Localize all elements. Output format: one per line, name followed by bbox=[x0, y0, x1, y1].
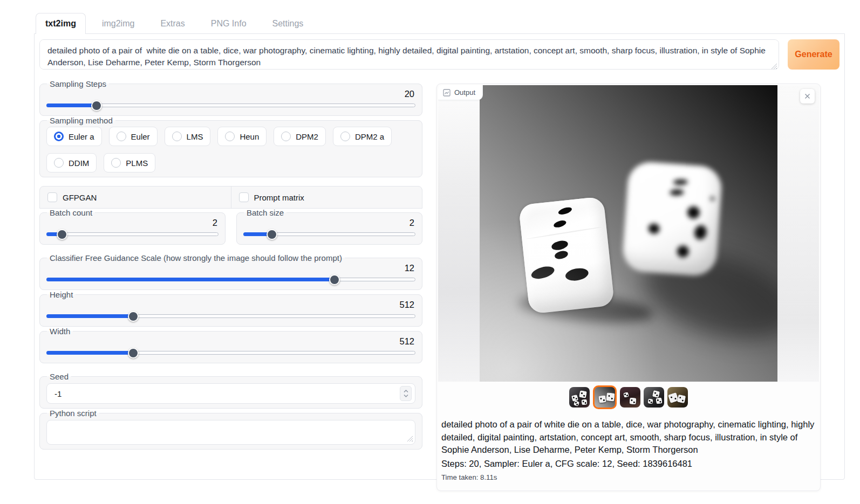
caption-time-taken: Time taken: 8.11s bbox=[441, 471, 816, 484]
python-script-input[interactable] bbox=[46, 420, 415, 445]
prompt-row: detailed photo of a pair of white die on… bbox=[39, 39, 839, 72]
die-shadow bbox=[517, 289, 654, 327]
tab-extras[interactable]: Extras bbox=[151, 13, 194, 34]
batch-count-slider[interactable] bbox=[46, 229, 219, 240]
sampling-method-option-ddim[interactable]: DDIM bbox=[46, 153, 97, 172]
tab-settings[interactable]: Settings bbox=[263, 13, 313, 34]
radio-label: DPM2 bbox=[296, 132, 318, 141]
radio-icon[interactable] bbox=[340, 132, 350, 141]
batch-row: Batch count 2 Batch size 2 bbox=[39, 208, 422, 245]
script-resize-handle[interactable] bbox=[407, 436, 413, 441]
app-root: txt2imgimg2imgExtrasPNG InfoSettings det… bbox=[0, 0, 860, 504]
size-group: Height 512 Width 512 bbox=[39, 290, 422, 363]
image-letterbox-left bbox=[438, 85, 480, 382]
batch-size-value: 2 bbox=[243, 218, 414, 228]
chevron-down-icon bbox=[404, 394, 408, 397]
batch-count-label: Batch count bbox=[47, 208, 95, 217]
gfpgan-checkbox[interactable] bbox=[47, 192, 57, 202]
chevron-up-icon bbox=[404, 390, 408, 393]
sampling-method-option-heun[interactable]: Heun bbox=[217, 127, 267, 146]
slider-fill bbox=[46, 103, 97, 107]
cfg-scale-label: Classifier Free Guidance Scale (how stro… bbox=[47, 253, 345, 263]
tab-txt2img[interactable]: txt2img bbox=[36, 13, 86, 34]
prompt-matrix-checkbox-cell[interactable]: Prompt matrix bbox=[231, 187, 422, 208]
sampling-steps-value: 20 bbox=[46, 89, 414, 99]
radio-icon[interactable] bbox=[172, 132, 182, 141]
seed-stepper[interactable] bbox=[400, 386, 412, 401]
width-slider[interactable] bbox=[46, 347, 415, 358]
sampling-method-option-dpm2-a[interactable]: DPM2 a bbox=[333, 127, 392, 146]
gallery-thumbnail-2[interactable] bbox=[593, 385, 617, 409]
slider-thumb[interactable] bbox=[128, 311, 139, 322]
prompt-matrix-label: Prompt matrix bbox=[254, 193, 304, 202]
die-shadow bbox=[633, 237, 777, 355]
gallery-thumbnail-3[interactable] bbox=[620, 387, 640, 408]
height-slider[interactable] bbox=[46, 310, 415, 322]
sampling-group: Sampling Steps 20 Sampling method Euler … bbox=[39, 79, 422, 177]
sampling-method-option-lms[interactable]: LMS bbox=[165, 127, 211, 146]
batch-size-slider[interactable] bbox=[243, 229, 415, 240]
slider-thumb[interactable] bbox=[57, 229, 67, 240]
controls-column: Sampling Steps 20 Sampling method Euler … bbox=[39, 79, 422, 491]
gallery-thumbnail-1[interactable] bbox=[569, 387, 590, 408]
radio-label: LMS bbox=[187, 132, 203, 141]
slider-thumb[interactable] bbox=[329, 274, 340, 285]
cfg-scale-group: Classifier Free Guidance Scale (how stro… bbox=[39, 253, 422, 290]
sampling-method-label: Sampling method bbox=[47, 116, 115, 125]
gfpgan-checkbox-cell[interactable]: GFPGAN bbox=[40, 187, 231, 208]
radio-icon[interactable] bbox=[111, 158, 121, 168]
tab-png-info[interactable]: PNG Info bbox=[201, 13, 256, 34]
slider-track[interactable] bbox=[46, 232, 219, 236]
cfg-scale-value: 12 bbox=[46, 263, 414, 273]
sampling-method-option-euler-a[interactable]: Euler a bbox=[46, 127, 102, 146]
sampling-steps-label: Sampling Steps bbox=[47, 79, 109, 88]
output-caption: detailed photo of a pair of white die on… bbox=[438, 411, 819, 486]
sampling-method-option-plms[interactable]: PLMS bbox=[104, 153, 155, 172]
output-label-chip: Output bbox=[438, 85, 483, 100]
slider-thumb[interactable] bbox=[128, 348, 139, 358]
slider-fill bbox=[46, 314, 133, 318]
batch-size-label: Batch size bbox=[244, 208, 286, 217]
dice-right-blur-layer bbox=[480, 85, 777, 382]
sampling-method-option-euler[interactable]: Euler bbox=[109, 127, 158, 146]
batch-count-value: 2 bbox=[46, 218, 217, 228]
radio-icon[interactable] bbox=[54, 158, 64, 168]
close-output-button[interactable] bbox=[800, 89, 815, 103]
prompt-input[interactable]: detailed photo of a pair of white die on… bbox=[39, 39, 779, 70]
slider-thumb[interactable] bbox=[267, 229, 277, 240]
height-label: Height bbox=[47, 290, 76, 299]
tab-bar: txt2imgimg2imgExtrasPNG InfoSettings bbox=[36, 13, 319, 34]
dice-right bbox=[622, 161, 723, 277]
dice-left bbox=[518, 196, 615, 314]
batch-size-group: Batch size 2 bbox=[236, 208, 422, 245]
cfg-scale-slider[interactable] bbox=[46, 274, 415, 285]
sampling-steps-slider[interactable] bbox=[46, 100, 415, 111]
radio-label: PLMS bbox=[126, 158, 148, 168]
sampling-steps-group: Sampling Steps 20 bbox=[39, 79, 422, 116]
image-letterbox-right bbox=[777, 85, 819, 382]
radio-label: DDIM bbox=[69, 158, 89, 168]
output-image-stage bbox=[438, 85, 819, 382]
output-label: Output bbox=[454, 88, 475, 96]
radio-icon[interactable] bbox=[117, 132, 126, 141]
generated-image bbox=[480, 85, 777, 382]
sampling-method-option-dpm2[interactable]: DPM2 bbox=[274, 127, 326, 146]
radio-icon[interactable] bbox=[54, 132, 64, 141]
gallery-thumbnail-4[interactable] bbox=[644, 387, 664, 408]
radio-label: Heun bbox=[240, 132, 259, 141]
output-column: Output bbox=[436, 79, 839, 491]
radio-icon[interactable] bbox=[225, 132, 235, 141]
slider-fill bbox=[46, 351, 133, 355]
tab-img2img[interactable]: img2img bbox=[92, 13, 144, 34]
python-script-group: Python script bbox=[39, 409, 422, 450]
width-label: Width bbox=[47, 327, 73, 336]
seed-label: Seed bbox=[47, 372, 71, 381]
prompt-matrix-checkbox[interactable] bbox=[239, 192, 249, 202]
gallery-thumbnail-5[interactable] bbox=[667, 387, 688, 408]
generate-button[interactable]: Generate bbox=[788, 39, 839, 70]
radio-label: Euler a bbox=[69, 132, 94, 141]
slider-thumb[interactable] bbox=[91, 100, 102, 111]
gfpgan-label: GFPGAN bbox=[63, 193, 97, 202]
seed-input[interactable]: -1 bbox=[46, 383, 415, 404]
radio-icon[interactable] bbox=[281, 132, 291, 141]
